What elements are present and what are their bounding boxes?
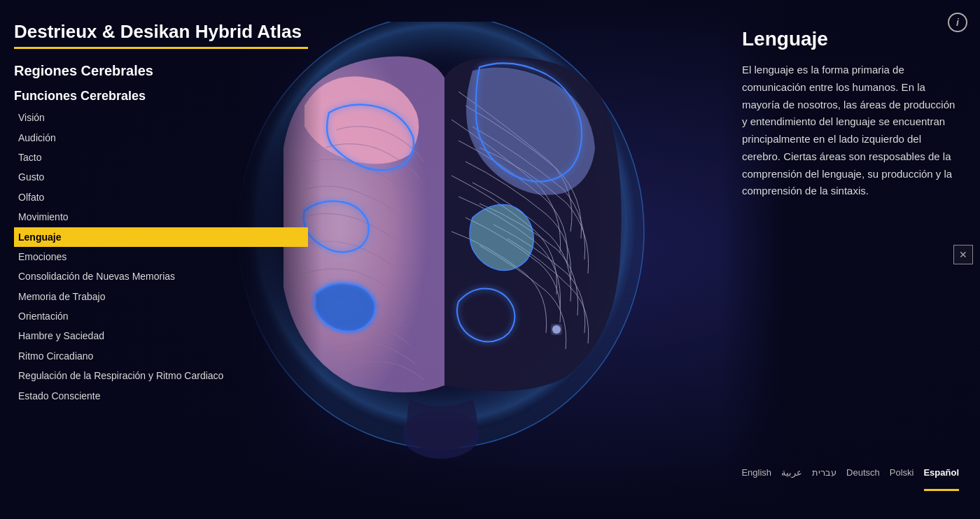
info-button[interactable]: i [948, 13, 967, 32]
language-option[interactable]: Deutsch [846, 467, 880, 478]
brain-functions-list: VisiónAudiciónTactoGustoOlfatoMovimiento… [14, 108, 308, 406]
menu-item[interactable]: Movimiento [14, 207, 308, 227]
menu-item[interactable]: Olfato [14, 187, 308, 207]
title-underline [14, 47, 308, 49]
menu-item[interactable]: Orientación [14, 306, 308, 326]
info-icon: i [956, 17, 959, 28]
menu-item[interactable]: Consolidación de Nuevas Memorias [14, 266, 308, 286]
menu-item[interactable]: Estado Consciente [14, 386, 308, 406]
language-bar: EnglishعربيةעבריתDeutschPolskiEspañol [742, 467, 959, 491]
svg-point-4 [552, 325, 561, 334]
menu-item[interactable]: Hambre y Saciedad [14, 326, 308, 346]
menu-item[interactable]: Tacto [14, 148, 308, 167]
language-option[interactable]: עברית [812, 467, 836, 478]
menu-item[interactable]: Visión [14, 108, 308, 127]
regions-title: Regiones Cerebrales [14, 63, 308, 79]
language-option[interactable]: عربية [781, 467, 802, 478]
info-panel-title: Lenguaje [742, 28, 959, 50]
info-panel-description: El lenguaje es la forma primaria de comu… [742, 62, 959, 467]
language-option[interactable]: Polski [890, 467, 914, 478]
sidebar: Destrieux & Desikan Hybrid Atlas Regione… [0, 0, 322, 519]
menu-item[interactable]: Ritmo Circadiano [14, 346, 308, 366]
menu-item[interactable]: Emociones [14, 247, 308, 266]
menu-item[interactable]: Lenguaje [14, 227, 308, 247]
menu-item[interactable]: Audición [14, 128, 308, 148]
language-option[interactable]: English [741, 467, 771, 478]
functions-title: Funciones Cerebrales [14, 89, 308, 104]
atlas-title: Destrieux & Desikan Hybrid Atlas [14, 21, 308, 43]
menu-item[interactable]: Regulación de la Respiración y Ritmo Car… [14, 366, 308, 385]
info-panel: Lenguaje El lenguaje es la forma primari… [721, 0, 980, 519]
language-option[interactable]: Español [923, 467, 959, 478]
language-underline [924, 489, 959, 491]
menu-item[interactable]: Memoria de Trabajo [14, 287, 308, 306]
close-icon: ✕ [959, 249, 967, 260]
close-button[interactable]: ✕ [953, 245, 973, 264]
menu-item[interactable]: Gusto [14, 167, 308, 187]
